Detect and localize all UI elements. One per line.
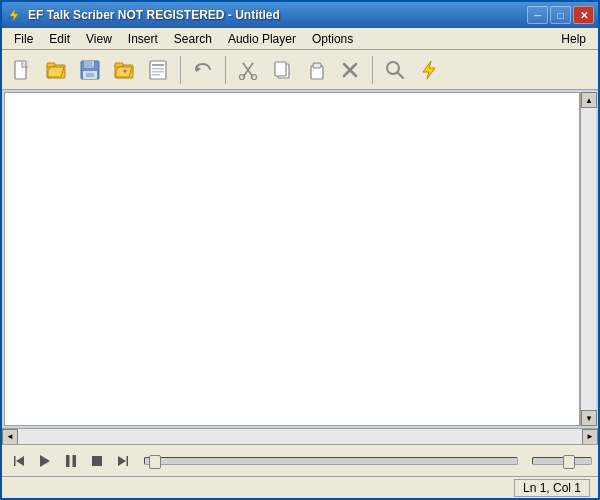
stop-button[interactable] <box>86 450 108 472</box>
lightning-icon <box>418 59 440 81</box>
svg-marker-42 <box>118 456 126 466</box>
play-button[interactable] <box>34 450 56 472</box>
toolbar-sep-1 <box>180 56 181 84</box>
copy-icon <box>271 59 293 81</box>
vertical-scrollbar: ▲ ▼ <box>580 92 596 426</box>
scroll-track-v[interactable] <box>581 108 596 410</box>
svg-rect-4 <box>47 63 55 67</box>
main-window: EF Talk Scriber NOT REGISTERED - Untitle… <box>0 0 600 500</box>
svg-rect-19 <box>152 74 160 76</box>
svg-rect-39 <box>73 455 77 467</box>
audio-progress-slider[interactable] <box>144 457 518 465</box>
svg-marker-37 <box>40 455 50 467</box>
svg-marker-41 <box>127 456 129 466</box>
scroll-down-arrow[interactable]: ▼ <box>581 410 597 426</box>
find-button[interactable] <box>379 54 411 86</box>
svg-rect-29 <box>314 64 320 67</box>
stop-icon <box>89 453 105 469</box>
skip-end-icon <box>115 453 131 469</box>
svg-rect-16 <box>152 64 164 66</box>
skip-start-icon <box>11 453 27 469</box>
scroll-track-h[interactable] <box>18 429 582 445</box>
menu-bar: File Edit View Insert Search Audio Playe… <box>2 28 598 50</box>
audio-progress-thumb[interactable] <box>149 455 161 469</box>
editor-inner <box>4 92 580 426</box>
menu-file[interactable]: File <box>6 30 41 48</box>
find-icon <box>384 59 406 81</box>
svg-rect-40 <box>92 456 102 466</box>
scroll-up-arrow[interactable]: ▲ <box>581 92 597 108</box>
title-buttons: ─ □ ✕ <box>527 6 594 24</box>
menu-help[interactable]: Help <box>553 30 594 48</box>
svg-marker-36 <box>16 456 24 466</box>
svg-rect-15 <box>150 61 166 79</box>
title-bar-left: EF Talk Scriber NOT REGISTERED - Untitle… <box>6 7 280 23</box>
toolbar-sep-3 <box>372 56 373 84</box>
maximize-button[interactable]: □ <box>550 6 571 24</box>
skip-end-button[interactable] <box>112 450 134 472</box>
menu-options[interactable]: Options <box>304 30 361 48</box>
menu-view[interactable]: View <box>78 30 120 48</box>
menu-insert[interactable]: Insert <box>120 30 166 48</box>
save-button[interactable] <box>74 54 106 86</box>
open-button[interactable] <box>40 54 72 86</box>
open-bookmark-button[interactable] <box>108 54 140 86</box>
scroll-right-arrow[interactable]: ► <box>582 429 598 445</box>
svg-marker-20 <box>196 66 201 72</box>
pause-button[interactable] <box>60 450 82 472</box>
menu-edit[interactable]: Edit <box>41 30 78 48</box>
menu-audio-player[interactable]: Audio Player <box>220 30 304 48</box>
title-bar: EF Talk Scriber NOT REGISTERED - Untitle… <box>2 2 598 28</box>
svg-marker-34 <box>423 61 435 79</box>
volume-slider[interactable] <box>532 457 592 465</box>
audio-controls <box>2 444 598 476</box>
open-folder-icon <box>45 59 67 81</box>
scroll-left-arrow[interactable]: ◄ <box>2 429 18 445</box>
paste-icon <box>305 59 327 81</box>
paste-button[interactable] <box>300 54 332 86</box>
undo-icon <box>192 59 214 81</box>
open-bookmark-icon <box>113 59 135 81</box>
skip-start-button[interactable] <box>8 450 30 472</box>
toolbar-sep-2 <box>225 56 226 84</box>
undo-button[interactable] <box>187 54 219 86</box>
template-icon <box>147 59 169 81</box>
new-button[interactable] <box>6 54 38 86</box>
svg-rect-18 <box>152 71 164 73</box>
close-button[interactable]: ✕ <box>573 6 594 24</box>
delete-button[interactable] <box>334 54 366 86</box>
svg-marker-5 <box>48 67 64 77</box>
editor-area: ▲ ▼ <box>2 90 598 428</box>
svg-rect-8 <box>92 61 94 66</box>
svg-rect-12 <box>115 63 123 67</box>
svg-rect-26 <box>275 62 286 76</box>
delete-icon <box>339 59 361 81</box>
editor-textarea[interactable] <box>5 93 579 425</box>
cursor-position: Ln 1, Col 1 <box>514 479 590 497</box>
play-icon <box>37 453 53 469</box>
volume-thumb[interactable] <box>563 455 575 469</box>
menu-search[interactable]: Search <box>166 30 220 48</box>
svg-marker-35 <box>14 456 16 466</box>
template-button[interactable] <box>142 54 174 86</box>
svg-rect-10 <box>86 73 94 77</box>
new-file-icon <box>11 59 33 81</box>
window-title: EF Talk Scriber NOT REGISTERED - Untitle… <box>28 8 280 22</box>
lightning-button[interactable] <box>413 54 445 86</box>
svg-marker-0 <box>10 9 18 21</box>
minimize-button[interactable]: ─ <box>527 6 548 24</box>
app-icon <box>6 7 22 23</box>
svg-rect-17 <box>152 68 164 70</box>
cut-button[interactable] <box>232 54 264 86</box>
toolbar <box>2 50 598 90</box>
svg-rect-38 <box>66 455 70 467</box>
pause-icon <box>63 453 79 469</box>
horizontal-scrollbar: ◄ ► <box>2 428 598 444</box>
status-bar: Ln 1, Col 1 <box>2 476 598 498</box>
copy-button[interactable] <box>266 54 298 86</box>
cut-icon <box>237 59 259 81</box>
save-icon <box>79 59 101 81</box>
svg-line-33 <box>398 72 404 78</box>
